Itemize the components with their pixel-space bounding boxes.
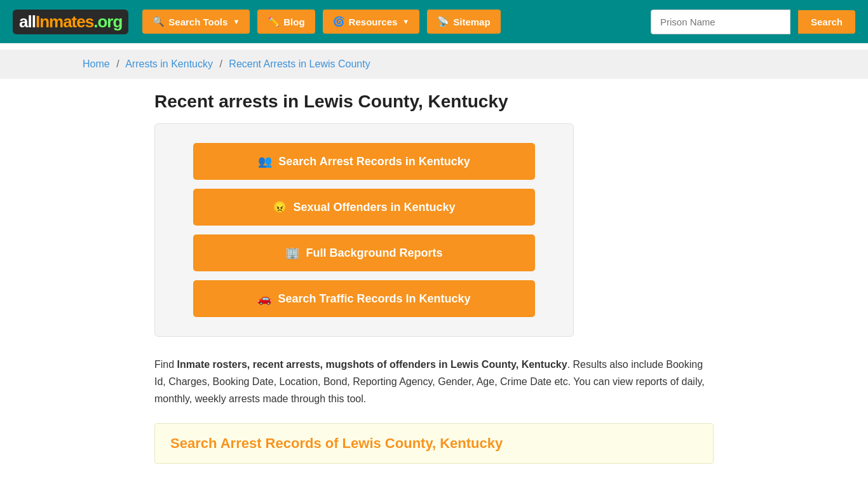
logo-org: .org [93, 12, 122, 31]
arrest-records-label: Search Arrest Records in Kentucky [278, 155, 470, 168]
logo-all: all [19, 12, 36, 31]
sitemap-icon: 📡 [437, 16, 449, 27]
description-paragraph: Find Inmate rosters, recent arrests, mug… [154, 356, 714, 408]
offender-icon: 😠 [273, 200, 287, 214]
site-header: allInmates.org 🔍 Search Tools ▼ ✏️ Blog … [0, 0, 868, 43]
chevron-down-icon: ▼ [233, 18, 240, 25]
nav-search-tools-label: Search Tools [168, 17, 227, 27]
blog-icon: ✏️ [268, 16, 280, 27]
nav-search-tools[interactable]: 🔍 Search Tools ▼ [142, 10, 250, 34]
main-content: Recent arrests in Lewis County, Kentucky… [142, 79, 726, 477]
search-button-label: Search [811, 17, 843, 27]
prison-search-input[interactable] [651, 10, 790, 34]
site-logo[interactable]: allInmates.org [13, 10, 128, 34]
traffic-records-label: Search Traffic Records In Kentucky [278, 292, 470, 306]
sex-offenders-button[interactable]: 😠 Sexual Offenders in Kentucky [193, 189, 535, 226]
traffic-records-button[interactable]: 🚗 Search Traffic Records In Kentucky [193, 280, 535, 317]
logo-inmates: Inmates [36, 12, 93, 31]
nav-sitemap-label: Sitemap [453, 17, 490, 27]
nav-blog[interactable]: ✏️ Blog [257, 10, 315, 34]
nav-sitemap[interactable]: 📡 Sitemap [427, 10, 500, 34]
resources-icon: 🌀 [333, 16, 345, 27]
car-icon: 🚗 [257, 292, 271, 306]
description-bold: Inmate rosters, recent arrests, mugshots… [177, 359, 567, 370]
background-reports-button[interactable]: 🏢 Full Background Reports [193, 234, 535, 271]
building-icon: 🏢 [285, 246, 299, 260]
background-reports-label: Full Background Reports [306, 247, 442, 260]
chevron-down-icon-2: ▼ [402, 18, 409, 25]
people-icon: 👥 [258, 154, 272, 168]
sex-offenders-label: Sexual Offenders in Kentucky [293, 201, 455, 214]
breadcrumb-arrests-kentucky[interactable]: Arrests in Kentucky [125, 58, 213, 69]
prison-search-button[interactable]: Search [798, 10, 855, 34]
page-title: Recent arrests in Lewis County, Kentucky [154, 92, 714, 112]
breadcrumb-sep-2: / [219, 58, 222, 69]
nav-blog-label: Blog [283, 17, 304, 27]
breadcrumb-sep-1: / [116, 58, 119, 69]
search-tools-icon: 🔍 [153, 16, 165, 27]
nav-resources[interactable]: 🌀 Resources ▼ [323, 10, 420, 34]
nav-resources-label: Resources [349, 17, 398, 27]
action-buttons-container: 👥 Search Arrest Records in Kentucky 😠 Se… [154, 123, 574, 337]
search-records-title: Search Arrest Records of Lewis County, K… [170, 435, 698, 452]
arrest-records-button[interactable]: 👥 Search Arrest Records in Kentucky [193, 143, 535, 180]
description-intro: Find [154, 359, 177, 370]
search-records-section: Search Arrest Records of Lewis County, K… [154, 423, 714, 464]
breadcrumb: Home / Arrests in Kentucky / Recent Arre… [0, 50, 868, 79]
breadcrumb-home[interactable]: Home [83, 58, 110, 69]
breadcrumb-current: Recent Arrests in Lewis County [229, 58, 370, 69]
